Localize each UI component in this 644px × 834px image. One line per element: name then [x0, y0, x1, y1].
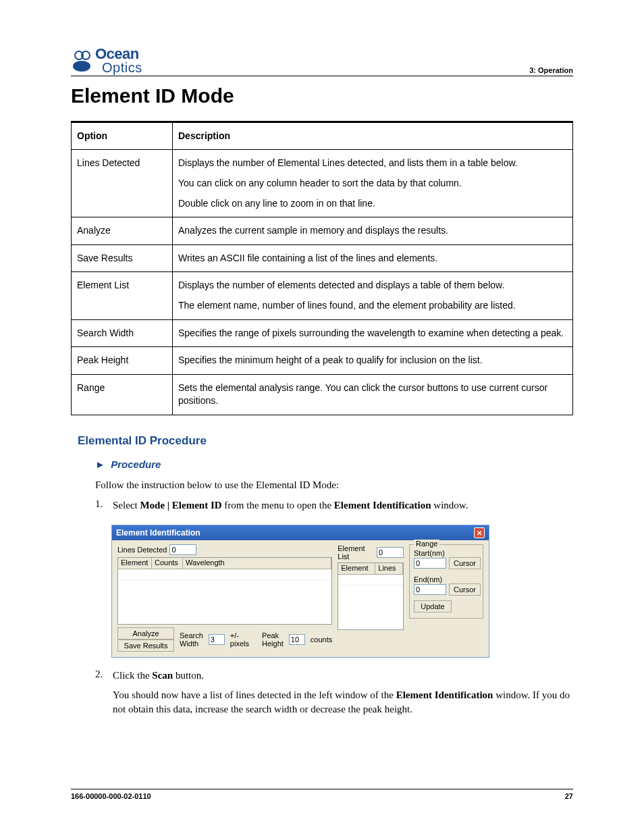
step-2: 2. Click the Scan button. You should now… [95, 669, 573, 722]
range-legend: Range [414, 540, 439, 548]
table-row-desc: Specifies the minimum height of a peak t… [173, 347, 573, 375]
table-row-desc: Analyzes the current sample in memory an… [173, 217, 573, 245]
table-row-option: Peak Height [72, 347, 173, 375]
section-label: 3: Operation [529, 66, 573, 74]
step-text: Click the Scan button. [113, 669, 573, 683]
step-followup: You should now have a list of lines dete… [113, 688, 573, 716]
procedure-list: 1. Select Mode | Element ID from the men… [95, 498, 573, 518]
step-number: 2. [95, 669, 113, 722]
window-titlebar[interactable]: Element Identification ✕ [112, 525, 489, 540]
col-wavelength[interactable]: Wavelength [183, 558, 331, 569]
end-field[interactable] [414, 584, 446, 595]
search-width-label: Search Width [180, 631, 203, 648]
logo: Ocean Optics [71, 47, 142, 74]
analyze-button[interactable]: Analyze [117, 627, 174, 640]
page-number: 27 [565, 792, 573, 800]
lines-grid[interactable]: Element Counts Wavelength [117, 557, 332, 625]
col-lines[interactable]: Lines [375, 563, 403, 574]
element-id-window: Element Identification ✕ Lines Detected … [111, 525, 489, 658]
table-row-option: Save Results [72, 244, 173, 272]
procedure-intro: Follow the instruction below to use the … [95, 478, 573, 492]
pixels-label: +/- pixels [230, 631, 249, 648]
elements-grid[interactable]: Element Lines [338, 563, 404, 630]
window-title: Element Identification [116, 528, 200, 538]
col-element[interactable]: Element [118, 558, 152, 569]
table-row-option: Search Width [72, 319, 173, 347]
start-cursor-button[interactable]: Cursor [449, 557, 481, 569]
page-header: Ocean Optics 3: Operation [71, 47, 573, 76]
element-list-field[interactable] [377, 547, 404, 558]
save-results-button[interactable]: Save Results [117, 640, 174, 652]
procedure-list-cont: 2. Click the Scan button. You should now… [95, 669, 573, 722]
update-button[interactable]: Update [414, 600, 452, 613]
end-cursor-button[interactable]: Cursor [449, 583, 481, 596]
search-width-field[interactable] [209, 634, 225, 645]
col-counts[interactable]: Counts [152, 558, 183, 569]
peak-height-label: Peak Height [262, 631, 284, 648]
procedure-label: Procedure [111, 459, 161, 470]
logo-text-1: Ocean [95, 47, 142, 61]
procedure-label-line: ► Procedure [95, 459, 573, 470]
embedded-screenshot: Element Identification ✕ Lines Detected … [111, 525, 573, 658]
procedure-arrow-icon: ► [95, 459, 105, 470]
table-row-option: Lines Detected [72, 150, 173, 217]
step-number: 1. [95, 498, 113, 518]
step-text: Select Mode | Element ID from the menu t… [113, 498, 573, 513]
table-row-desc: Displays the number of Elemental Lines d… [173, 150, 573, 217]
page-footer: 166-00000-000-02-0110 27 [71, 789, 573, 800]
close-icon[interactable]: ✕ [474, 527, 485, 538]
th-option: Option [72, 122, 173, 150]
table-row-option: Analyze [72, 217, 173, 245]
logo-icon [71, 49, 92, 73]
th-description: Description [173, 122, 573, 150]
start-label: Start(nm) [414, 549, 479, 557]
range-group: Range Start(nm) Cursor End(nm) Cursor [409, 544, 483, 619]
counts-label: counts [311, 635, 332, 644]
svg-point-2 [73, 61, 90, 72]
page-title: Element ID Mode [71, 84, 573, 107]
logo-text-2: Optics [95, 61, 142, 74]
procedure-heading: Elemental ID Procedure [78, 434, 573, 448]
end-label: End(nm) [414, 575, 479, 583]
lines-detected-field[interactable] [169, 544, 196, 555]
peak-height-field[interactable] [289, 634, 305, 645]
lines-detected-label: Lines Detected [117, 546, 167, 554]
table-row-option: Element List [72, 272, 173, 319]
table-row-desc: Specifies the range of pixels surroundin… [173, 319, 573, 347]
table-row-option: Range [72, 374, 173, 415]
options-table: Option Description Lines DetectedDisplay… [71, 121, 573, 415]
table-row-desc: Writes an ASCII file containing a list o… [173, 244, 573, 272]
step-1: 1. Select Mode | Element ID from the men… [95, 498, 573, 518]
doc-number: 166-00000-000-02-0110 [71, 792, 151, 800]
element-list-label: Element List [338, 544, 374, 561]
table-row-desc: Sets the elemental analysis range. You c… [173, 374, 573, 415]
table-row-desc: Displays the number of elements detected… [173, 272, 573, 319]
col-element2[interactable]: Element [338, 563, 375, 574]
start-field[interactable] [414, 558, 446, 569]
